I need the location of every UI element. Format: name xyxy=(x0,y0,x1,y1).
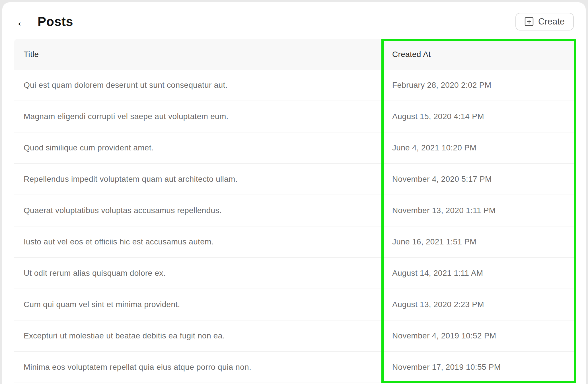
page-background: { "page": { "title": "Posts" }, "icons":… xyxy=(0,0,588,384)
table-row[interactable]: Minima eos voluptatem repellat quia eius… xyxy=(14,352,574,383)
cell-created-at: June 4, 2021 10:20 PM xyxy=(381,143,574,152)
back-arrow-icon: ← xyxy=(16,15,29,28)
table-row[interactable]: Cum qui quam vel sint et minima providen… xyxy=(14,289,574,320)
table-row[interactable]: Qui est quam dolorem deserunt ut sunt co… xyxy=(14,70,574,101)
table-row[interactable]: Quaerat voluptatibus voluptas accusamus … xyxy=(14,195,574,226)
cell-created-at: August 14, 2021 1:11 AM xyxy=(381,269,574,278)
cell-title: Excepturi ut molestiae ut beatae debitis… xyxy=(14,331,381,340)
column-header-created-at: Created At xyxy=(381,50,574,59)
back-button[interactable]: ← xyxy=(14,14,30,30)
table-row[interactable]: Excepturi ut molestiae ut beatae debitis… xyxy=(14,320,574,352)
table-row[interactable]: Iusto aut vel eos et officiis hic est ac… xyxy=(14,226,574,258)
cell-title: Iusto aut vel eos et officiis hic est ac… xyxy=(14,237,381,246)
plus-square-icon xyxy=(525,17,534,26)
cell-created-at: August 15, 2020 4:14 PM xyxy=(381,112,574,121)
table-row[interactable]: Repellendus impedit voluptatem quam aut … xyxy=(14,164,574,195)
table-row[interactable]: Magnam eligendi corrupti vel saepe aut v… xyxy=(14,101,574,132)
cell-title: Cum qui quam vel sint et minima providen… xyxy=(14,300,381,309)
cell-title: Quaerat voluptatibus voluptas accusamus … xyxy=(14,206,381,215)
table-body: Qui est quam dolorem deserunt ut sunt co… xyxy=(14,70,574,383)
column-header-title: Title xyxy=(14,50,381,59)
page-title: Posts xyxy=(38,14,73,29)
content-card: ← Posts Create Title Created At Qui est … xyxy=(2,2,586,384)
cell-title: Quod similique cum provident amet. xyxy=(14,143,381,152)
cell-created-at: August 13, 2020 2:23 PM xyxy=(381,300,574,309)
cell-created-at: February 28, 2020 2:02 PM xyxy=(381,81,574,90)
cell-title: Qui est quam dolorem deserunt ut sunt co… xyxy=(14,81,381,90)
cell-title: Minima eos voluptatem repellat quia eius… xyxy=(14,363,381,372)
table-header-row: Title Created At xyxy=(14,39,574,70)
cell-title: Repellendus impedit voluptatem quam aut … xyxy=(14,175,381,184)
create-button[interactable]: Create xyxy=(515,13,574,30)
table-row[interactable]: Ut odit rerum alias quisquam dolore ex. … xyxy=(14,258,574,289)
topbar: ← Posts Create xyxy=(14,10,574,33)
table-row[interactable]: Quod similique cum provident amet. June … xyxy=(14,132,574,164)
cell-created-at: November 4, 2020 5:17 PM xyxy=(381,175,574,184)
cell-created-at: November 13, 2020 1:11 PM xyxy=(381,206,574,215)
cell-created-at: November 4, 2019 10:52 PM xyxy=(381,331,574,340)
posts-table: Title Created At Qui est quam dolorem de… xyxy=(14,39,574,383)
cell-title: Ut odit rerum alias quisquam dolore ex. xyxy=(14,269,381,278)
cell-title: Magnam eligendi corrupti vel saepe aut v… xyxy=(14,112,381,121)
cell-created-at: June 16, 2021 1:51 PM xyxy=(381,237,574,246)
cell-created-at: November 17, 2019 10:55 PM xyxy=(381,363,574,372)
create-button-label: Create xyxy=(538,17,565,27)
